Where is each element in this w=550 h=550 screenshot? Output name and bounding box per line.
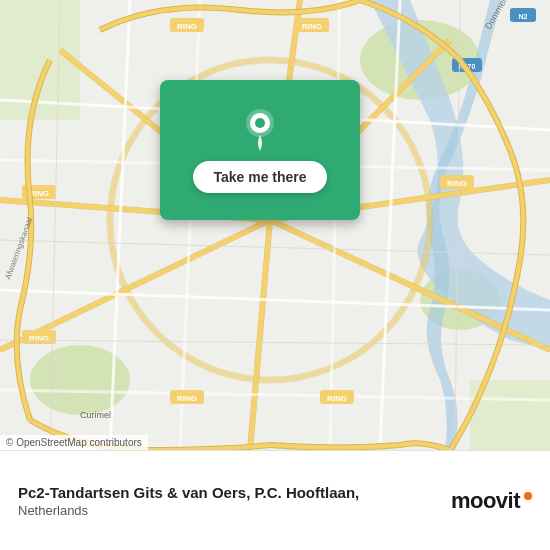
moovit-brand-text: moovit xyxy=(451,488,520,514)
location-title: Pc2-Tandartsen Gits & van Oers, P.C. Hoo… xyxy=(18,484,359,501)
svg-text:Curimel: Curimel xyxy=(80,410,111,420)
svg-text:RING: RING xyxy=(177,22,197,31)
map-svg: RING RING RING RING RING RING RING N270 xyxy=(0,0,550,450)
svg-text:N2: N2 xyxy=(519,13,528,20)
svg-text:RING: RING xyxy=(447,179,467,188)
info-bar: Pc2-Tandartsen Gits & van Oers, P.C. Hoo… xyxy=(0,450,550,550)
svg-text:RING: RING xyxy=(177,394,197,403)
moovit-dot xyxy=(524,492,532,500)
svg-text:RING: RING xyxy=(29,334,49,343)
location-subtitle: Netherlands xyxy=(18,503,359,518)
map-attribution: © OpenStreetMap contributors xyxy=(0,435,148,450)
location-pin-icon xyxy=(242,107,278,151)
svg-text:RING: RING xyxy=(327,394,347,403)
moovit-logo: moovit xyxy=(451,488,532,514)
svg-point-60 xyxy=(255,118,265,128)
map-area: RING RING RING RING RING RING RING N270 xyxy=(0,0,550,450)
app-container: RING RING RING RING RING RING RING N270 xyxy=(0,0,550,550)
take-me-there-button[interactable]: Take me there xyxy=(193,161,326,193)
svg-text:RING: RING xyxy=(302,22,322,31)
location-card: Take me there xyxy=(160,80,360,220)
location-info: Pc2-Tandartsen Gits & van Oers, P.C. Hoo… xyxy=(18,484,359,518)
